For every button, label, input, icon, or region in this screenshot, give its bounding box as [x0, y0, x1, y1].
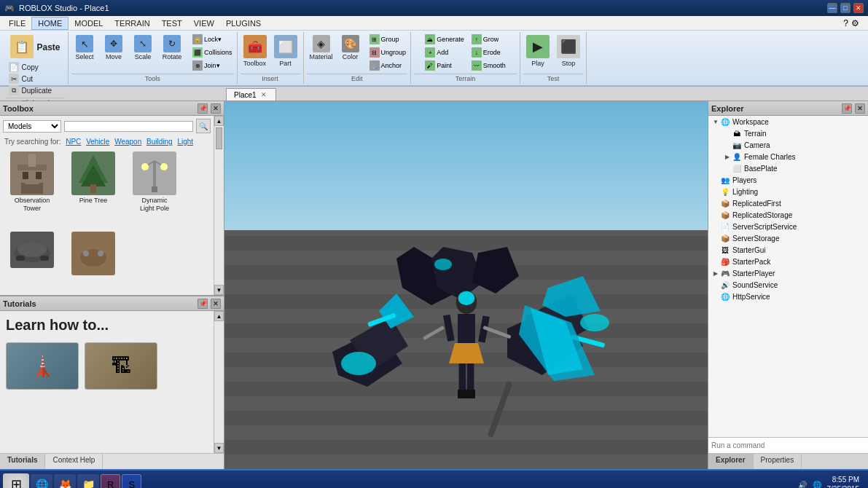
minimize-button[interactable]: —	[827, 3, 837, 13]
scroll-up-btn[interactable]: ▲	[214, 116, 224, 126]
taskbar-roblox-btn[interactable]: R	[101, 474, 120, 488]
toolbox-button[interactable]: 🧰 Toolbox	[241, 34, 270, 68]
tree-item-replicated-storage[interactable]: 📦 ReplicatedStorage	[708, 209, 868, 221]
paste-button[interactable]: 📋 Paste	[7, 34, 63, 61]
tutorials-tab[interactable]: Tutorials	[0, 454, 45, 469]
suggestion-npc[interactable]: NPC	[66, 138, 81, 146]
settings-icon[interactable]: ⚙	[851, 18, 859, 28]
taskbar-skype-btn[interactable]: S	[122, 474, 141, 488]
scale-button[interactable]: ⤡ Scale	[130, 34, 156, 62]
start-button[interactable]: ⊞	[3, 473, 29, 488]
color-button[interactable]: 🎨 Color	[337, 34, 364, 62]
select-button[interactable]: ↖ Select	[71, 34, 98, 62]
part-button[interactable]: ⬜ Part	[271, 34, 300, 68]
cut-button[interactable]: ✂ Cut	[7, 73, 51, 84]
menu-test[interactable]: TEST	[156, 17, 188, 29]
tree-item-starter-player[interactable]: ▶ 🎮 StarterPlayer	[708, 267, 868, 279]
toolbox-close-btn[interactable]: ✕	[211, 103, 221, 114]
tree-item-sound-service[interactable]: 🔊 SoundService	[708, 279, 868, 291]
menu-terrain[interactable]: TERRAIN	[109, 17, 155, 29]
toolbox-category-select[interactable]: Models Decals Audio Meshes	[3, 120, 61, 133]
explorer-pin-btn[interactable]: 📌	[842, 103, 852, 114]
play-button[interactable]: ▶ Play	[523, 34, 552, 68]
suggestion-weapon[interactable]: Weapon	[114, 138, 141, 146]
grow-button[interactable]: ↑ Grow	[470, 34, 507, 45]
smooth-button[interactable]: 〰 Smooth	[470, 60, 507, 71]
explorer-footer-tab-explorer[interactable]: Explorer	[708, 454, 754, 469]
context-help-tab[interactable]: Context Help	[45, 454, 103, 469]
toolbox-search-button[interactable]: 🔍	[196, 119, 211, 133]
toolbox-pin-btn[interactable]: 📌	[198, 103, 208, 114]
scroll-down-btn[interactable]: ▼	[214, 443, 224, 453]
explorer-close-btn[interactable]: ✕	[855, 103, 865, 114]
menu-plugins[interactable]: PLUGINS	[220, 17, 267, 29]
tree-item-female-charles[interactable]: ▶ 👤 Female Charles	[708, 151, 868, 162]
stop-button[interactable]: ⬛ Stop	[554, 34, 583, 68]
editor-tab-place1[interactable]: Place1 ✕	[226, 88, 276, 101]
scroll-up-btn[interactable]: ▲	[214, 311, 224, 321]
list-item[interactable]: DynamicLight Pole	[125, 150, 184, 227]
list-item[interactable]	[64, 230, 122, 292]
canvas-area[interactable]	[224, 101, 708, 469]
taskbar-folder-btn[interactable]: 📁	[77, 474, 99, 488]
explorer-footer-tab-properties[interactable]: Properties	[754, 454, 802, 469]
menu-model[interactable]: MODEL	[69, 17, 109, 29]
generate-button[interactable]: ⛰ Generate	[423, 34, 466, 45]
duplicate-button[interactable]: ⧉ Duplicate	[7, 84, 53, 96]
taskbar-firefox-btn[interactable]: 🦊	[54, 474, 76, 488]
tree-item-terrain[interactable]: 🏔 Terrain	[708, 127, 868, 139]
toolbox-search-input[interactable]	[64, 121, 193, 132]
tree-item-server-storage[interactable]: 📦 ServerStorage	[708, 232, 868, 244]
tree-item-lighting[interactable]: 💡 Lighting	[708, 186, 868, 197]
command-input[interactable]	[711, 441, 865, 449]
tree-item-starter-gui[interactable]: 🖼 StarterGui	[708, 244, 868, 256]
toolbox-scrollbar[interactable]: ▲ ▼	[214, 116, 224, 295]
tree-item-players[interactable]: 👥 Players	[708, 174, 868, 186]
erode-button[interactable]: ↓ Erode	[470, 47, 507, 58]
tree-item-camera[interactable]: 📷 Camera	[708, 139, 868, 151]
tree-item-starter-pack[interactable]: 🎒 StarterPack	[708, 256, 868, 267]
ungroup-button[interactable]: ⊟ Ungroup	[368, 47, 408, 58]
join-button[interactable]: ⊕ Join▾	[191, 60, 234, 71]
scroll-down-btn[interactable]: ▼	[214, 285, 224, 295]
material-button[interactable]: ◈ Material	[307, 34, 336, 62]
add-terrain-button[interactable]: + Add	[423, 47, 466, 58]
tree-item-workspace[interactable]: ▼ 🌐 Workspace	[708, 116, 868, 127]
canvas-3d[interactable]	[224, 101, 708, 469]
tree-item-baseplate[interactable]: ⬜ BasePlate	[708, 162, 868, 174]
suggestion-light[interactable]: Light	[177, 138, 193, 146]
move-button[interactable]: ✥ Move	[101, 34, 127, 62]
close-button[interactable]: ✕	[853, 3, 864, 13]
volume-icon[interactable]: 🔊	[798, 481, 807, 489]
tutorials-close-btn[interactable]: ✕	[211, 299, 221, 309]
copy-button[interactable]: 📄 Copy	[7, 61, 51, 73]
list-item[interactable]	[3, 230, 61, 292]
tutorials-pin-btn[interactable]: 📌	[198, 299, 208, 309]
list-item[interactable]: 🗼	[6, 342, 79, 390]
list-item[interactable]: ObservationTower	[3, 150, 61, 227]
menu-file[interactable]: FILE	[3, 17, 31, 29]
help-icon[interactable]: ?	[843, 18, 848, 28]
suggestion-vehicle[interactable]: Vehicle	[86, 138, 109, 146]
paint-button[interactable]: 🖌 Paint	[423, 60, 466, 71]
lock-button[interactable]: 🔒 Lock▾	[191, 34, 234, 45]
tab-close-icon[interactable]: ✕	[259, 90, 268, 99]
network-icon[interactable]: 🌐	[813, 481, 821, 489]
tree-item-replicated-first[interactable]: 📦 ReplicatedFirst	[708, 197, 868, 209]
svg-rect-47	[423, 326, 445, 340]
menu-home[interactable]: HOME	[31, 17, 69, 30]
tree-item-http-service[interactable]: 🌐 HttpService	[708, 291, 868, 302]
suggestion-building[interactable]: Building	[146, 138, 173, 146]
tree-item-server-script-service[interactable]: 📄 ServerScriptService	[708, 221, 868, 232]
collisions-button[interactable]: ⬛ Collisions	[191, 47, 234, 58]
list-item[interactable]: Pine Tree	[64, 150, 122, 227]
taskbar-ie-btn[interactable]: 🌐	[31, 474, 52, 488]
clock-time: 8:55 PM	[827, 475, 860, 484]
menu-view[interactable]: VIEW	[188, 17, 220, 29]
anchor-button[interactable]: ⚓ Anchor	[368, 60, 408, 71]
tutorials-scrollbar[interactable]: ▲ ▼	[214, 311, 224, 453]
maximize-button[interactable]: □	[840, 3, 851, 13]
group-button[interactable]: ⊞ Group	[368, 34, 408, 45]
rotate-button[interactable]: ↻ Rotate	[159, 34, 185, 62]
list-item[interactable]: 🏗	[85, 342, 157, 390]
